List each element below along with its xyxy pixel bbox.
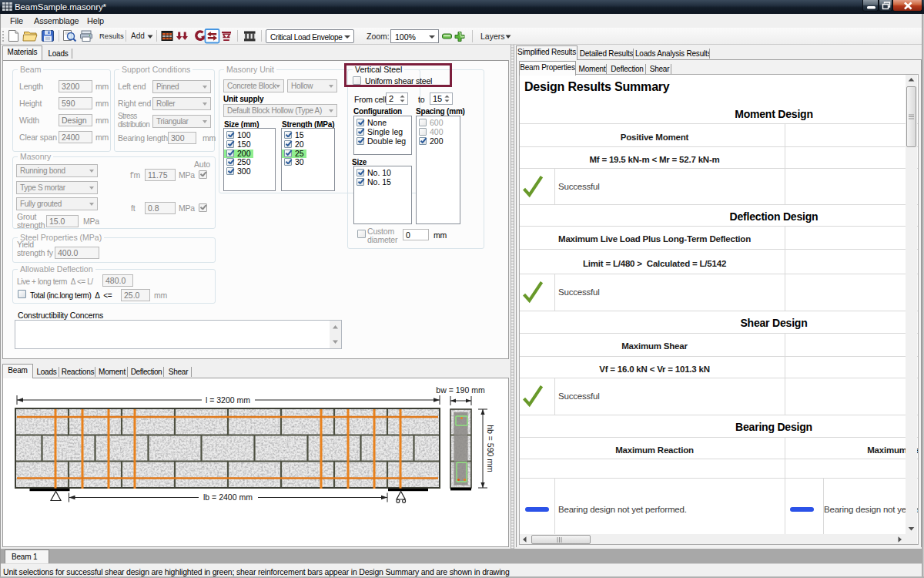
svg-text:lb = 2400 mm: lb = 2400 mm [203, 492, 253, 502]
svg-text:hb = 590 mm: hb = 590 mm [486, 425, 495, 472]
svg-text:bw = 190 mm: bw = 190 mm [436, 385, 485, 395]
svg-text:l = 3200 mm: l = 3200 mm [206, 395, 250, 405]
